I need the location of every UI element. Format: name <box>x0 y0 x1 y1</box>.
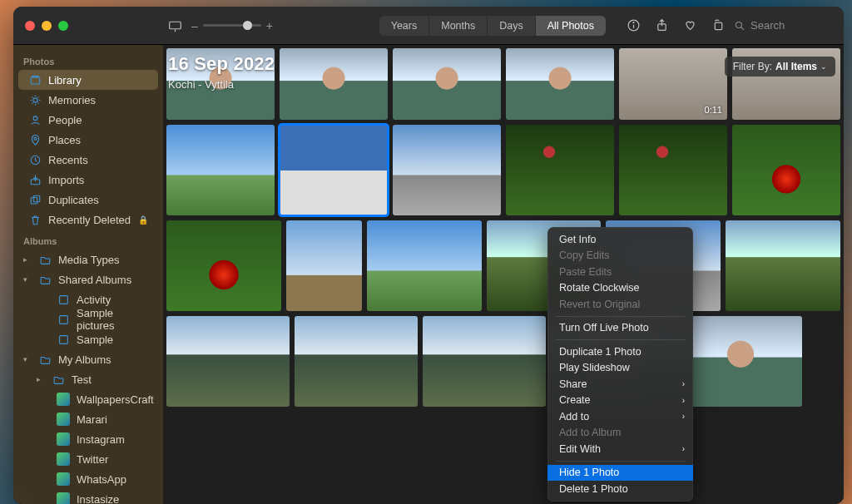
menu-item-rotate-clockwise[interactable]: Rotate Clockwise <box>547 280 693 297</box>
sidebar-item-label: Library <box>48 74 82 86</box>
photo-thumbnail[interactable] <box>280 125 388 215</box>
svg-rect-0 <box>169 22 181 29</box>
disclosure-icon[interactable]: ▾ <box>23 275 32 284</box>
photo-thumbnail[interactable] <box>393 48 501 120</box>
sidebar-item-label: Imports <box>48 174 84 186</box>
menu-item-get-info[interactable]: Get Info <box>547 231 693 248</box>
sidebar-item-label: My Albums <box>58 353 111 366</box>
photo-thumbnail[interactable] <box>679 316 802 407</box>
menu-item-turn-off-live-photo[interactable]: Turn Off Live Photo <box>547 320 693 337</box>
zoom-slider[interactable]: – + <box>191 19 273 32</box>
sidebar-item-people[interactable]: People <box>18 110 158 130</box>
album-thumb-icon <box>57 472 70 486</box>
svg-rect-16 <box>31 197 37 204</box>
filter-by[interactable]: Filter By: All Items ⌄ <box>725 57 835 77</box>
sidebar-item-media-types[interactable]: ▸Media Types <box>18 250 158 269</box>
close-window[interactable] <box>25 21 35 31</box>
sidebar-item-places[interactable]: Places <box>18 130 158 150</box>
memories-icon <box>28 93 42 106</box>
share-icon[interactable] <box>649 14 674 37</box>
sidebar-item-my-albums[interactable]: ▾My Albums <box>18 349 158 369</box>
sidebar-item-shared-albums[interactable]: ▾Shared Albums <box>18 269 158 289</box>
menu-item-play-slideshow[interactable]: Play Slideshow <box>547 360 693 377</box>
photo-thumbnail[interactable] <box>732 125 840 215</box>
sidebar-item-sample-pictures[interactable]: Sample pictures <box>18 309 158 329</box>
menu-separator <box>556 316 685 317</box>
photo-thumbnail[interactable] <box>619 125 727 215</box>
photo-thumbnail[interactable]: 0:11 <box>619 48 727 120</box>
disclosure-icon[interactable]: ▾ <box>23 355 32 363</box>
sidebar-item-recents[interactable]: Recents <box>18 150 158 170</box>
sidebar-item-label: Sample <box>77 334 113 346</box>
segment-days[interactable]: Days <box>488 16 535 36</box>
menu-item-duplicate-1-photo[interactable]: Duplicate 1 Photo <box>547 343 693 360</box>
fullscreen-window[interactable] <box>58 21 68 31</box>
zoom-plus[interactable]: + <box>266 19 273 32</box>
photo-thumbnail[interactable] <box>506 48 614 120</box>
photo-thumbnail[interactable] <box>506 125 614 215</box>
album-icon <box>57 293 70 306</box>
photo-thumbnail[interactable] <box>367 220 482 311</box>
photo-thumbnail[interactable] <box>295 316 418 407</box>
photo-thumbnail[interactable] <box>423 316 546 407</box>
menu-item-share[interactable]: Share› <box>547 376 693 393</box>
sidebar-item-label: Activity <box>77 294 111 306</box>
context-menu: Get InfoCopy EditsPaste EditsRotate Cloc… <box>547 227 693 502</box>
photo-thumbnail[interactable] <box>166 125 275 215</box>
menu-item-edit-with[interactable]: Edit With› <box>547 441 693 457</box>
sidebar-item-test[interactable]: ▸Test <box>18 369 158 389</box>
svg-point-4 <box>632 22 633 23</box>
menu-item-delete-1-photo[interactable]: Delete 1 Photo <box>547 481 693 497</box>
sidebar-item-whatsapp[interactable]: WhatsApp <box>18 469 158 489</box>
photo-thumbnail[interactable] <box>726 220 840 311</box>
photo-thumbnail[interactable] <box>393 125 501 215</box>
trash-icon <box>28 213 42 226</box>
sidebar-item-instasize[interactable]: Instasize <box>18 489 158 504</box>
chevron-down-icon: ⌄ <box>820 62 827 71</box>
menu-item-add-to[interactable]: Add to› <box>547 408 693 425</box>
segment-years[interactable]: Years <box>379 16 430 36</box>
disclosure-icon[interactable]: ▸ <box>37 375 45 383</box>
menu-separator <box>556 339 685 340</box>
sidebar-item-recently-deleted[interactable]: Recently Deleted🔒 <box>18 210 158 230</box>
svg-rect-19 <box>59 315 67 324</box>
photo-thumbnail[interactable] <box>166 220 281 311</box>
aspect-icon[interactable] <box>163 16 186 36</box>
heart-icon[interactable] <box>677 14 702 37</box>
sidebar-section-albums: Albums <box>13 230 163 250</box>
sidebar-item-marari[interactable]: Marari <box>18 409 158 429</box>
zoom-minus[interactable]: – <box>191 19 198 32</box>
folder-icon <box>38 253 52 266</box>
sidebar-item-twitter[interactable]: Twitter <box>18 449 158 469</box>
search-field[interactable]: Search <box>734 19 834 32</box>
album-icon <box>57 313 70 326</box>
photo-thumbnail[interactable] <box>166 316 290 407</box>
svg-rect-20 <box>59 335 67 343</box>
menu-item-create[interactable]: Create› <box>547 393 693 409</box>
segment-all-photos[interactable]: All Photos <box>536 16 606 36</box>
svg-rect-17 <box>33 195 40 202</box>
info-icon[interactable] <box>621 14 646 37</box>
sidebar-item-library[interactable]: Library <box>18 70 158 90</box>
sidebar-item-sample[interactable]: Sample <box>18 329 158 349</box>
photo-thumbnail[interactable] <box>280 48 388 120</box>
sidebar-item-instagram[interactable]: Instagram <box>18 429 158 449</box>
minimize-window[interactable] <box>42 21 52 31</box>
album-icon <box>57 333 70 346</box>
sidebar-item-memories[interactable]: Memories <box>18 90 158 110</box>
sidebar-item-imports[interactable]: Imports <box>18 170 158 190</box>
photo-thumbnail[interactable] <box>286 220 362 311</box>
rotate-icon[interactable] <box>706 14 731 37</box>
chevron-right-icon: › <box>682 379 685 388</box>
disclosure-icon[interactable]: ▸ <box>23 255 32 264</box>
album-thumb-icon <box>57 393 70 406</box>
date-header: 16 Sep 2022 Kochi - Vyttila <box>168 53 275 91</box>
sidebar-item-duplicates[interactable]: Duplicates <box>18 190 158 210</box>
sidebar-item-wallpaperscraft[interactable]: WallpapersCraft <box>18 389 158 409</box>
svg-rect-9 <box>31 77 40 83</box>
segment-months[interactable]: Months <box>429 16 488 36</box>
chevron-right-icon: › <box>682 444 685 453</box>
svg-rect-6 <box>715 22 722 29</box>
menu-item-hide-1-photo[interactable]: Hide 1 Photo <box>547 465 693 482</box>
photo-grid: 0:11 <box>166 48 840 412</box>
